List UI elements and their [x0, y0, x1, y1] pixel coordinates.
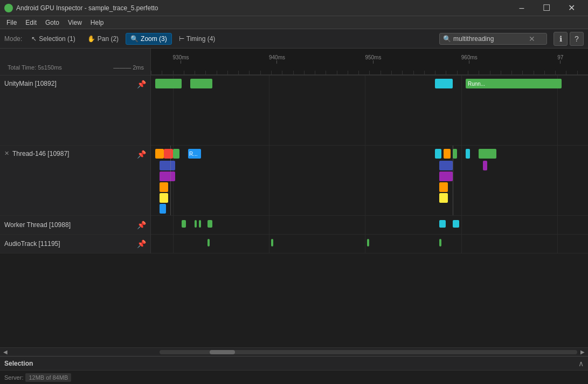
t146-bar-r[interactable]: R...	[188, 149, 201, 159]
zoom-icon: 🔍	[130, 35, 139, 43]
track-row-unity-main[interactable]: Runn...	[151, 76, 588, 146]
mode-label: Mode:	[4, 35, 22, 43]
ruler-mark-950: 950ms	[365, 54, 381, 60]
t146-bar-yellow-rstack[interactable]	[439, 193, 448, 203]
t146-bar-purple-stack[interactable]	[160, 172, 175, 181]
horizontal-scrollbar[interactable]: ◀ ▶	[0, 347, 588, 356]
pan-icon: ✋	[87, 35, 95, 43]
search-clear-icon[interactable]: ✕	[529, 35, 535, 43]
track-label-thread-146: ✕ Thread-146 [10987] 📌	[0, 146, 150, 216]
t146-bar-red-1[interactable]	[164, 149, 172, 159]
worker-thread-pin-icon[interactable]: 📌	[137, 221, 146, 229]
worker-bar-r1[interactable]	[439, 220, 446, 228]
toolbar-right: ℹ ?	[554, 32, 584, 46]
track-row-audio-track[interactable]	[151, 235, 588, 253]
android-icon	[4, 4, 13, 12]
server-value: 12MB of 84MB	[25, 373, 71, 382]
t146-bar-blue-rstack[interactable]	[439, 161, 452, 170]
menu-help[interactable]: Help	[86, 18, 108, 28]
track-label-audio-track: AudioTrack [11195] 📌	[0, 235, 150, 253]
mode-zoom[interactable]: 🔍 Zoom (3)	[126, 33, 172, 45]
scroll-left-arrow[interactable]: ◀	[2, 349, 9, 355]
worker-bar-2[interactable]	[195, 220, 197, 228]
track-row-thread-146[interactable]: R...	[151, 146, 588, 216]
thread-146-close-icon[interactable]: ✕	[4, 150, 9, 157]
audio-track-label: AudioTrack [11195]	[4, 240, 60, 248]
selection-title: Selection	[4, 360, 33, 367]
menu-view[interactable]: View	[64, 18, 86, 28]
unity-main-pin-icon[interactable]: 📌	[137, 80, 146, 88]
info-button[interactable]: ℹ	[554, 32, 568, 46]
t146-bar-purple-rstack[interactable]	[439, 172, 452, 181]
audio-bar-4[interactable]	[439, 239, 441, 246]
unity-bar-running[interactable]: Runn...	[466, 79, 562, 88]
statusbar: Server: 12MB of 84MB	[0, 370, 588, 384]
timeline-header: Total Time: 5s150ms ——— 2ms 930ms 940ms …	[0, 49, 588, 76]
t146-bar-green-1[interactable]	[173, 149, 179, 159]
timing-icon: ⊢	[179, 35, 184, 43]
search-container: 🔍 ✕	[439, 33, 547, 45]
empty-area	[0, 253, 588, 347]
thread-146-pin-icon[interactable]: 📌	[137, 150, 146, 159]
worker-bar-3[interactable]	[199, 220, 201, 228]
titlebar-title: Android GPU Inspector - sample_trace_5.p…	[16, 4, 158, 12]
t146-bar-orange-stack[interactable]	[160, 182, 168, 192]
t146-bar-orange-rstack[interactable]	[439, 182, 448, 192]
pan-label: Pan (2)	[98, 35, 119, 43]
mode-selection[interactable]: ↖ Selection (1)	[26, 33, 80, 45]
track-canvas[interactable]: Runn... R...	[151, 76, 588, 253]
t146-bar-teal-r1[interactable]	[435, 149, 441, 159]
zoom-label: Zoom (3)	[141, 35, 167, 43]
audio-bar-2[interactable]	[271, 239, 273, 246]
ruler-mark-940: 940ms	[269, 54, 285, 60]
unity-bar-teal[interactable]	[435, 79, 452, 88]
unity-bar-1[interactable]	[155, 79, 182, 88]
titlebar: Android GPU Inspector - sample_trace_5.p…	[0, 0, 588, 16]
scroll-thumb[interactable]	[210, 350, 235, 354]
minimize-button[interactable]: –	[509, 0, 534, 16]
t146-bar-green-r1[interactable]	[453, 149, 457, 159]
t146-bar-yellow-stack[interactable]	[160, 193, 168, 203]
selection-label: Selection (1)	[39, 35, 75, 43]
t146-bar-purple-far[interactable]	[483, 161, 487, 170]
mode-pan[interactable]: ✋ Pan (2)	[82, 33, 123, 45]
track-labels-header: Total Time: 5s150ms ——— 2ms	[0, 49, 151, 75]
track-label-worker-thread: Worker Thread [10988] 📌	[0, 216, 150, 235]
titlebar-controls: – ☐ ✕	[509, 0, 584, 16]
mode-timing[interactable]: ⊢ Timing (4)	[174, 33, 220, 45]
t146-bar-blue2-stack[interactable]	[160, 204, 166, 214]
t146-bar-orange-r1[interactable]	[444, 149, 450, 159]
close-button[interactable]: ✕	[559, 0, 584, 16]
total-time: Total Time: 5s150ms	[4, 62, 65, 73]
ruler-mark-960: 960ms	[461, 54, 478, 60]
search-input[interactable]	[453, 35, 529, 43]
audio-bar-1[interactable]	[207, 239, 210, 246]
menu-goto[interactable]: Goto	[41, 18, 64, 28]
audio-bar-3[interactable]	[367, 239, 369, 246]
track-label-unity-main: UnityMain [10892] 📌	[0, 76, 150, 146]
maximize-button[interactable]: ☐	[534, 0, 559, 16]
unity-bar-2[interactable]	[190, 79, 212, 88]
menubar: File Edit Goto View Help	[0, 16, 588, 29]
help-button[interactable]: ?	[570, 32, 584, 46]
unity-main-label: UnityMain [10892]	[4, 80, 57, 87]
collapse-button[interactable]: ∧	[578, 359, 584, 368]
menu-file[interactable]: File	[2, 18, 21, 28]
menu-edit[interactable]: Edit	[21, 18, 41, 28]
timing-label: Timing (4)	[186, 35, 216, 43]
ruler-mark-930: 930ms	[173, 54, 189, 60]
search-icon: 🔍	[443, 35, 451, 43]
scroll-right-arrow[interactable]: ▶	[579, 349, 586, 355]
t146-bar-green-r3[interactable]	[479, 149, 496, 159]
t146-bar-orange-1[interactable]	[155, 149, 164, 159]
tracks-container: UnityMain [10892] 📌 ✕ Thread-146 [10987]…	[0, 76, 588, 253]
bottom-panel: Selection ∧	[0, 356, 588, 370]
worker-bar-1[interactable]	[182, 220, 186, 228]
track-row-worker-thread[interactable]	[151, 216, 588, 235]
selection-icon: ↖	[31, 35, 37, 43]
audio-track-pin-icon[interactable]: 📌	[137, 239, 146, 248]
worker-bar-r2[interactable]	[453, 220, 459, 228]
worker-bar-4[interactable]	[207, 220, 212, 228]
t146-bar-blue-stack[interactable]	[160, 161, 175, 170]
t146-bar-teal-r2[interactable]	[466, 149, 470, 159]
